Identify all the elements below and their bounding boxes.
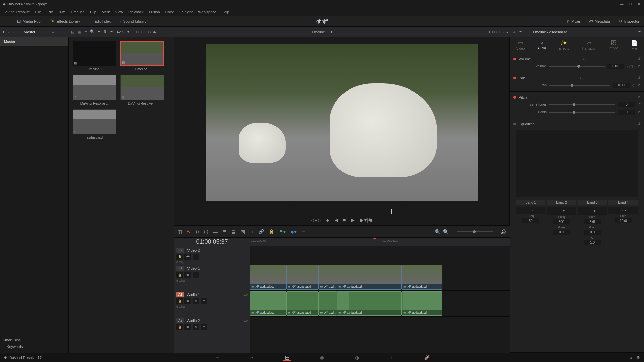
inspector-tab-effects[interactable]: ✨Effects [556,39,572,51]
jump-start-icon[interactable]: |◀ [367,217,372,223]
track-btn-0[interactable]: 🔒 [176,298,183,304]
cents-value[interactable]: 0 [618,110,635,115]
track-btn-2[interactable]: ▢ [193,272,199,278]
track-tag[interactable]: A1 [176,292,184,297]
menu-color[interactable]: Color [165,10,174,14]
pan-enable-dot[interactable] [513,77,516,79]
pan-kf-nav[interactable]: ◇ [632,83,635,87]
zoom-label[interactable]: 🔍 [443,229,449,234]
track-btn-0[interactable]: 🔒 [176,272,183,278]
freq-value[interactable]: 500 [553,219,570,224]
mute-icon[interactable]: 🔊 [501,229,506,234]
zoom-dropdown[interactable]: ▾ [127,29,129,34]
bypass-icon[interactable]: ⊘ [512,29,515,34]
pan-keyframe-icon[interactable]: ◇ [580,76,583,80]
freq-value[interactable]: 10k0 [615,218,632,223]
menu-clip[interactable]: Clip [90,10,96,14]
pan-slider[interactable] [549,85,610,86]
timeline-clip[interactable]: ▭🔗asd... [319,265,337,290]
zoom-percent[interactable]: 42% [117,30,124,34]
search-icon[interactable]: 🔍 [90,29,95,34]
semitones-reset[interactable]: ↺ [638,102,641,107]
eq-band-toggle[interactable]: Band 3 [578,200,607,205]
inspector-expand-icon[interactable]: ⋯ [638,29,641,34]
zoom-out-icon[interactable]: 🔍 [435,229,440,234]
menu-workspace[interactable]: Workspace [198,10,216,14]
track-btn-0[interactable]: 🔒 [176,324,183,330]
track-header-v2[interactable]: V2Video 2🔒👁▢0 Clip [174,246,250,264]
q-value[interactable]: 1.0 [584,240,601,245]
deliver-page-icon[interactable]: 🚀 [423,354,431,361]
edit-index-button[interactable]: ☰Edit Index [87,18,113,25]
menu-view[interactable]: View [115,10,123,14]
media-thumbnail[interactable]: ▤ [120,41,164,66]
media-pool-item[interactable]: ▭asdasdasd [73,109,116,139]
media-pool-item[interactable]: ▤Timeline 1 [120,41,164,71]
cut-page-icon[interactable]: ✂ [248,354,256,361]
timeline-ruler[interactable]: 01:00:00:00 01:00:05:00 [250,238,510,246]
timeline-dropdown[interactable]: ▾ [331,29,333,34]
media-pool-item[interactable]: ♫DaVinci Resolve ... [73,75,116,105]
viewer-options-icon[interactable]: ⋯ [519,29,522,34]
media-pool-item[interactable]: ▤Timeline 2 [73,41,116,71]
semitones-value[interactable]: 0 [618,102,635,107]
timeline-clip[interactable]: ▭🔗asdasdasd [250,291,286,316]
eq-enable-dot[interactable] [513,123,516,125]
volume-enable-dot[interactable] [513,58,516,60]
pitch-reset-icon[interactable]: ↺ [638,95,641,99]
pan-reset-icon[interactable]: ↺ [638,76,641,80]
insert-clip-icon[interactable]: ⬒ [222,229,227,234]
sound-library-button[interactable]: ♪Sound Library [117,18,148,25]
track-header-v1[interactable]: V1Video 1🔒👁▢5 Clips [174,264,250,291]
pitch-enable-dot[interactable] [513,96,516,99]
timeline-clip[interactable]: ▭🔗asd... [319,291,337,316]
timeline-clip[interactable]: ▭🔗asdasdasd [402,265,442,290]
cents-reset[interactable]: ↺ [638,110,641,114]
menu-file[interactable]: File [35,10,41,14]
timeline-clip[interactable]: ▭🔗asdasdasd [286,291,319,316]
timeline-clip[interactable]: ▭🔗asdasdasd [402,291,442,316]
track-tag[interactable]: V2 [176,248,184,253]
volume-value[interactable]: 0.00 [607,64,624,69]
bin-dropdown[interactable]: ▾ [3,29,5,34]
timeline-clip[interactable]: ▭🔗asdasdasd [286,265,319,290]
trim-tool[interactable]: ⟨⟩ [196,229,199,234]
freq-value[interactable]: 3k5 [584,219,601,224]
inspector-button[interactable]: ⚙Inspector [617,18,641,25]
timeline-clip[interactable]: ▭🔗asdasdasd [337,265,402,290]
snapping-icon[interactable]: ⊿ [250,229,254,234]
semitones-slider[interactable] [549,104,615,105]
inspector-tab-file[interactable]: 📄File [628,39,640,51]
menu-fusion[interactable]: Fusion [149,10,160,14]
prev-clip-button[interactable]: ⏮ [325,217,330,223]
maximize-button[interactable]: □ [628,2,633,6]
viewer[interactable] [174,37,509,208]
nav-back[interactable]: ‹ [8,30,9,34]
close-button[interactable]: ✕ [637,2,641,6]
bin-master[interactable]: Master [0,37,68,46]
fusion-page-icon[interactable]: ◉ [318,354,326,361]
track-btn-3[interactable]: M [201,324,207,330]
track-btn-0[interactable]: 🔒 [176,254,183,260]
eq-band-toggle[interactable]: Band 2 [547,200,576,205]
track-btn-1[interactable]: 👁 [184,298,191,304]
timeline-view-options-icon[interactable]: ▥ [178,229,182,234]
eq-band-curve-selector[interactable]: ⌒ ▾ [578,207,607,215]
inspector-tab-audio[interactable]: ♪Audio [535,39,549,51]
track-tag[interactable]: V1 [176,266,184,271]
lock-icon[interactable]: 🔒 [269,229,274,234]
track-btn-1[interactable]: 👁 [184,324,191,330]
volume-slider[interactable] [549,66,605,67]
timeline-playhead[interactable] [375,238,375,353]
play-reverse-button[interactable]: ◀ [335,217,338,223]
menu-mark[interactable]: Mark [102,10,110,14]
blade-tool[interactable]: ▬ [213,229,218,234]
gain-value[interactable]: 0.0 [553,230,570,235]
view-grid-icon[interactable]: ▦ [78,29,81,34]
view-list-icon[interactable]: ▤ [71,29,74,34]
freq-value[interactable]: 50 [522,218,539,223]
view-strip-icon[interactable]: ≡ [85,30,87,34]
eq-band-toggle[interactable]: Band 1 [516,200,545,205]
effects-library-button[interactable]: ✨Effects Library [48,18,82,25]
smart-bins-header[interactable]: Smart Bins [3,337,66,343]
